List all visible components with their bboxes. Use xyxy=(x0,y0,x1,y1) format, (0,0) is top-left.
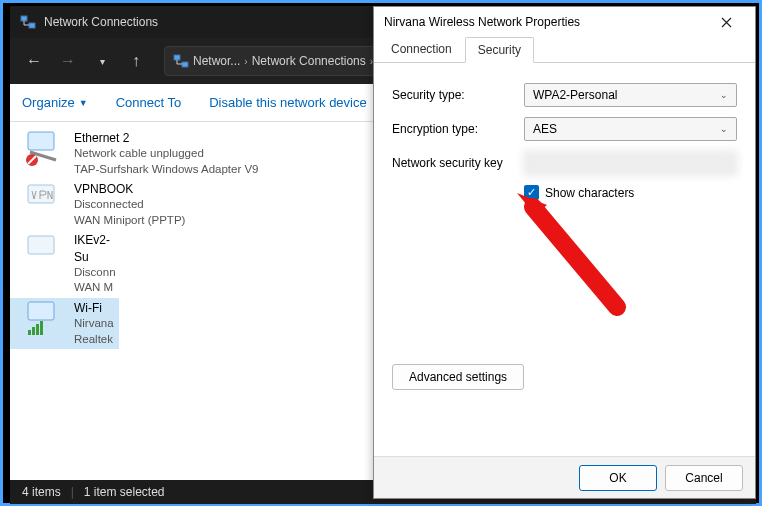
connection-item-ethernet[interactable]: Ethernet 2 Network cable unplugged TAP-S… xyxy=(10,128,266,179)
connection-name: Wi-Fi xyxy=(74,300,114,316)
svg-rect-2 xyxy=(174,55,180,60)
selection-count: 1 item selected xyxy=(84,485,165,499)
chevron-down-icon[interactable]: ▾ xyxy=(88,47,116,75)
advanced-settings-button[interactable]: Advanced settings xyxy=(392,364,524,390)
connect-to-button[interactable]: Connect To xyxy=(116,95,182,110)
network-key-input[interactable] xyxy=(524,151,737,175)
connection-adapter: WAN Miniport (PPTP) xyxy=(74,213,185,229)
crumb-2[interactable]: Network Connections xyxy=(252,54,366,68)
svg-rect-3 xyxy=(182,62,188,67)
forward-button[interactable]: → xyxy=(54,47,82,75)
caret-down-icon: ▼ xyxy=(79,98,88,108)
network-icon xyxy=(173,53,189,69)
connection-name: VPNBOOK xyxy=(74,181,185,197)
chevron-down-icon: ⌄ xyxy=(720,90,728,100)
organize-menu[interactable]: Organize ▼ xyxy=(22,95,88,110)
connection-adapter: Realtek xyxy=(74,332,114,348)
dialog-title: Nirvana Wireless Network Properties xyxy=(384,15,707,29)
dialog-titlebar: Nirvana Wireless Network Properties xyxy=(374,7,755,37)
show-characters-checkbox[interactable]: ✓ xyxy=(524,185,539,200)
svg-rect-7 xyxy=(28,236,54,254)
disable-device-button[interactable]: Disable this network device xyxy=(209,95,367,110)
svg-rect-9 xyxy=(28,330,31,335)
show-characters-label: Show characters xyxy=(545,186,634,200)
connection-adapter: WAN M xyxy=(74,280,116,296)
chevron-down-icon: ⌄ xyxy=(720,124,728,134)
svg-rect-10 xyxy=(32,327,35,335)
wifi-icon xyxy=(22,300,66,338)
network-key-label: Network security key xyxy=(392,156,516,170)
connection-item-vpnbook[interactable]: VPNBOOK Disconnected WAN Miniport (PPTP) xyxy=(10,179,266,230)
item-count: 4 items xyxy=(22,485,61,499)
close-button[interactable] xyxy=(707,7,745,37)
connection-status: Nirvana xyxy=(74,316,114,332)
tab-connection[interactable]: Connection xyxy=(378,36,465,62)
connection-name: Ethernet 2 xyxy=(74,130,259,146)
dialog-footer: OK Cancel xyxy=(374,456,755,498)
svg-rect-8 xyxy=(28,302,54,320)
properties-dialog: Nirvana Wireless Network Properties Conn… xyxy=(373,6,756,499)
security-type-select[interactable]: WPA2-Personal ⌄ xyxy=(524,83,737,107)
ethernet-icon xyxy=(22,130,66,168)
vpn-icon xyxy=(22,232,66,270)
up-button[interactable]: ↑ xyxy=(122,47,150,75)
connection-item-ikev2[interactable]: IKEv2-Su Disconn WAN M xyxy=(10,230,119,297)
svg-rect-4 xyxy=(28,132,54,150)
tab-strip: Connection Security xyxy=(374,37,755,63)
connection-list: Ethernet 2 Network cable unplugged TAP-S… xyxy=(10,122,375,480)
connection-status: Disconnected xyxy=(74,197,185,213)
connection-status: Disconn xyxy=(74,265,116,281)
connection-name: IKEv2-Su xyxy=(74,232,116,264)
network-icon xyxy=(20,14,36,30)
security-type-label: Security type: xyxy=(392,88,516,102)
svg-rect-6 xyxy=(28,185,54,203)
svg-rect-11 xyxy=(36,324,39,335)
chevron-right-icon: › xyxy=(244,56,247,67)
crumb-1[interactable]: Networ... xyxy=(193,54,240,68)
back-button[interactable]: ← xyxy=(20,47,48,75)
encryption-type-select[interactable]: AES ⌄ xyxy=(524,117,737,141)
tab-security[interactable]: Security xyxy=(465,37,534,63)
cancel-button[interactable]: Cancel xyxy=(665,465,743,491)
connection-item-wifi[interactable]: Wi-Fi Nirvana Realtek xyxy=(10,298,119,349)
svg-rect-12 xyxy=(40,321,43,335)
svg-rect-0 xyxy=(21,16,27,21)
encryption-type-label: Encryption type: xyxy=(392,122,516,136)
vpn-icon xyxy=(22,181,66,219)
connection-adapter: TAP-Surfshark Windows Adapter V9 xyxy=(74,162,259,178)
ok-button[interactable]: OK xyxy=(579,465,657,491)
connection-status: Network cable unplugged xyxy=(74,146,259,162)
svg-rect-1 xyxy=(29,23,35,28)
window-title: Network Connections xyxy=(44,15,158,29)
